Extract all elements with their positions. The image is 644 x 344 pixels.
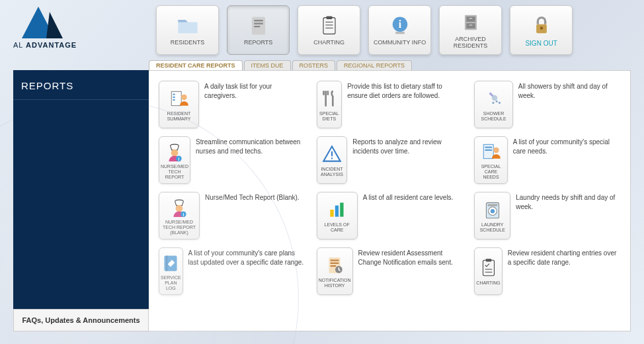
notebook-icon: [159, 251, 182, 274]
report-item: INCIDENT ANALYSIS Reports to analyze and…: [317, 136, 463, 184]
tile-label: SHOWER SCHEDULE: [475, 111, 512, 121]
cutlery-icon: [318, 87, 341, 110]
svg-rect-4: [323, 18, 335, 34]
tile-label: NURSE/MED TECH REPORT (BLANK): [159, 220, 199, 235]
svg-rect-40: [330, 210, 333, 217]
svg-rect-41: [335, 206, 338, 217]
tile-nurse-med-tech-report-blank[interactable]: i NURSE/MED TECH REPORT (BLANK): [159, 192, 200, 239]
tile-special-diets[interactable]: SPECIAL DIETS: [317, 81, 342, 128]
nav: RESIDENTS REPORTS CHARTING i COMMUNITY I…: [98, 5, 631, 55]
report-desc: Review resident Assessment Change Notifi…: [358, 247, 463, 267]
report-desc: Streamline communication between nurses …: [196, 136, 305, 155]
tile-charting[interactable]: CHARTING: [474, 247, 502, 295]
svg-rect-47: [165, 256, 177, 271]
svg-rect-52: [331, 265, 337, 267]
report-item: CHARTING Review resident charting entrie…: [474, 247, 620, 295]
nav-residents[interactable]: RESIDENTS: [156, 5, 219, 55]
tab-items-due[interactable]: ITEMS DUE: [244, 60, 291, 70]
tile-resident-summary[interactable]: RESIDENT SUMMARY: [159, 81, 199, 128]
report-item: SHOWER SCHEDULE All showers by shift and…: [474, 81, 620, 128]
sidebar: REPORTS FAQs, Updates & Announcements: [13, 70, 149, 331]
svg-rect-2: [254, 23, 263, 24]
svg-point-37: [176, 205, 183, 212]
washer-icon: [481, 198, 504, 221]
tile-label: SPECIAL DIETS: [317, 111, 341, 121]
lock-icon: [529, 14, 554, 38]
tile-levels-of-care[interactable]: LEVELS OF CARE: [317, 192, 358, 239]
report-item: SERVICE PLAN LOG A list of your communit…: [159, 247, 305, 295]
report-desc: Provide this list to dietary staff to en…: [347, 81, 462, 100]
report-item: SPECIAL DIETS Provide this list to dieta…: [317, 81, 463, 128]
header: AL ADVANTAGE RESIDENTS REPORTS CHARTING …: [0, 0, 644, 55]
svg-point-29: [176, 156, 182, 162]
svg-point-25: [495, 101, 497, 103]
svg-point-18: [540, 26, 543, 30]
care-list-icon: [480, 140, 503, 163]
tile-incident-analysis[interactable]: INCIDENT ANALYSIS: [317, 136, 348, 184]
tile-laundry-schedule[interactable]: LAUNDRY SCHEDULE: [474, 192, 510, 239]
report-item: RESIDENT SUMMARY A daily task list for y…: [159, 81, 305, 128]
tab-resident-care-reports[interactable]: RESIDENT CARE REPORTS: [149, 60, 243, 70]
svg-rect-16: [469, 24, 472, 25]
svg-text:i: i: [182, 212, 184, 217]
nav-label: RESIDENTS: [171, 40, 205, 46]
tile-service-plan-log[interactable]: SERVICE PLAN LOG: [159, 247, 183, 295]
svg-point-24: [491, 95, 497, 101]
svg-rect-54: [483, 260, 494, 275]
nav-label: CHARTING: [313, 40, 344, 46]
logo: AL ADVANTAGE: [13, 5, 77, 49]
tile-label: SPECIAL CARE NEEDS: [475, 164, 506, 179]
nav-community-info[interactable]: i COMMUNITY INFO: [368, 5, 431, 55]
tile-label: LAUNDRY SCHEDULE: [475, 222, 510, 232]
svg-point-28: [171, 150, 179, 157]
svg-rect-20: [173, 94, 175, 95]
tile-label: CHARTING: [475, 280, 501, 286]
svg-rect-48: [167, 256, 167, 271]
svg-point-26: [492, 102, 494, 104]
clipboard-icon: [317, 14, 342, 38]
svg-point-23: [181, 95, 187, 101]
nav-archived-residents[interactable]: ARCHIVED RESIDENTS: [439, 5, 502, 55]
logo-mark-icon: [22, 5, 68, 38]
nurse-icon: i: [163, 140, 186, 163]
tile-special-care-needs[interactable]: SPECIAL CARE NEEDS: [474, 136, 507, 184]
shower-icon: [483, 87, 505, 110]
svg-point-38: [181, 212, 186, 218]
file-cabinet-icon: [458, 11, 483, 34]
svg-rect-50: [331, 260, 339, 261]
tile-label: LEVELS OF CARE: [317, 222, 357, 232]
svg-rect-51: [331, 263, 339, 264]
warning-icon: [321, 143, 343, 165]
nav-sign-out[interactable]: SIGN OUT: [510, 5, 573, 55]
logo-text: AL ADVANTAGE: [13, 41, 77, 49]
svg-rect-15: [469, 18, 472, 19]
nav-charting[interactable]: CHARTING: [298, 5, 360, 55]
svg-rect-35: [485, 150, 492, 151]
report-item: NOTIFICATION HISTORY Review resident Ass…: [317, 247, 463, 295]
tile-notification-history[interactable]: NOTIFICATION HISTORY: [317, 247, 353, 295]
history-doc-icon: [323, 254, 346, 277]
bar-chart-icon: [326, 198, 348, 221]
tab-regional-reports[interactable]: REGIONAL REPORTS: [337, 60, 412, 70]
report-desc: A list of your community's care plans la…: [188, 247, 305, 267]
tile-nurse-med-tech-report[interactable]: i NURSE/MED TECH REPORT: [159, 136, 190, 184]
report-desc: All showers by shift and day of week.: [518, 81, 620, 100]
svg-point-45: [491, 209, 495, 213]
svg-rect-11: [395, 32, 405, 34]
report-item: LAUNDRY SCHEDULE Laundry needs by shift …: [474, 192, 620, 239]
tabs: RESIDENT CARE REPORTS ITEMS DUE ROSTERS …: [149, 60, 631, 70]
report-grid: RESIDENT SUMMARY A daily task list for y…: [159, 81, 620, 295]
svg-rect-13: [466, 17, 475, 22]
report-desc: A list of your community's special care …: [513, 136, 620, 155]
content: REPORTS FAQs, Updates & Announcements RE…: [13, 70, 631, 331]
svg-rect-34: [485, 147, 492, 148]
svg-rect-14: [466, 23, 475, 28]
nav-label: ARCHIVED RESIDENTS: [440, 36, 501, 50]
tab-rosters[interactable]: ROSTERS: [292, 60, 336, 70]
tile-shower-schedule[interactable]: SHOWER SCHEDULE: [474, 81, 512, 128]
nav-label: SIGN OUT: [525, 40, 557, 47]
resident-summary-icon: [168, 87, 190, 110]
sidebar-faqs-link[interactable]: FAQs, Updates & Announcements: [13, 309, 149, 331]
nav-reports[interactable]: REPORTS: [227, 5, 290, 55]
report-item: i NURSE/MED TECH REPORT Streamline commu…: [159, 136, 305, 184]
